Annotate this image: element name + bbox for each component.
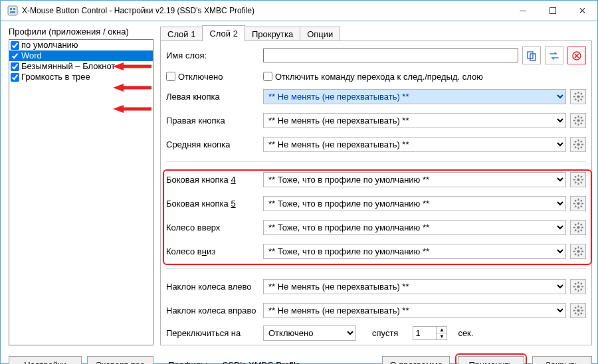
arrow-icon	[113, 104, 151, 114]
clear-layer-button[interactable]	[567, 46, 586, 64]
disabled-checkbox-box[interactable]	[166, 72, 175, 81]
svg-marker-7	[113, 84, 124, 92]
action-combo[interactable]: ** Не менять (не перехватывать) **	[263, 89, 566, 104]
close-button[interactable]	[567, 1, 597, 21]
layer-name-input[interactable]	[263, 48, 518, 62]
switch-combo[interactable]: Отключено	[263, 325, 356, 341]
profile-item-label: Безымянный – Блокнот	[21, 61, 115, 72]
disable-row: Отключено Отключить команду перехода к с…	[166, 68, 586, 84]
profile-item-label: Word	[21, 50, 42, 61]
svg-line-30	[575, 122, 576, 124]
separator	[166, 161, 586, 162]
action-combo[interactable]: ** Тоже, что в профиле по умолчанию **	[263, 220, 566, 235]
gear-icon[interactable]	[570, 137, 586, 152]
profile-label: Профиль:	[168, 360, 208, 365]
gear-icon[interactable]	[570, 303, 586, 318]
svg-line-37	[580, 146, 581, 147]
disabled-checkbox[interactable]: Отключено	[166, 72, 259, 82]
arrow-icon	[113, 82, 151, 93]
svg-point-58	[577, 226, 579, 228]
window: X-Mouse Button Control - Настройки v2.19…	[0, 0, 598, 364]
profile-item[interactable]: Word	[9, 50, 153, 61]
profile-item-checkbox[interactable]	[11, 52, 19, 60]
maximize-button[interactable]	[538, 1, 567, 21]
action-label: Боковая кнопка 5	[166, 199, 259, 209]
switch-label: Переключиться на	[166, 328, 259, 338]
action-row: Левая кнопка** Не менять (не перехватыва…	[166, 88, 586, 104]
disable-transition-checkbox-box[interactable]	[263, 72, 272, 81]
gear-icon[interactable]	[570, 172, 586, 187]
copy-layer-button[interactable]	[522, 46, 541, 64]
profile-item-checkbox[interactable]	[11, 62, 19, 71]
tab-опции[interactable]: Опции	[300, 27, 340, 41]
disable-transition-checkbox[interactable]: Отключить команду перехода к след./преды…	[263, 72, 483, 82]
svg-marker-9	[113, 105, 124, 113]
svg-line-63	[575, 224, 576, 225]
svg-point-31	[577, 143, 579, 145]
svg-line-72	[575, 248, 576, 249]
gear-icon[interactable]	[570, 113, 586, 128]
profile-item[interactable]: по умолчанию	[9, 40, 153, 50]
svg-rect-2	[13, 8, 15, 10]
export-button[interactable]: Экспорт про	[87, 356, 153, 364]
tab-слой-1[interactable]: Слой 1	[160, 27, 203, 41]
action-row: Колесо вниз** Тоже, что в профиле по умо…	[166, 243, 586, 259]
separator	[166, 268, 586, 269]
profile-item-checkbox[interactable]	[11, 73, 19, 82]
spin-up[interactable]: ▲	[437, 326, 447, 333]
action-label: Наклон колеса вправо	[166, 306, 259, 316]
settings-panel: Слой 1Слой 2ПрокруткаОпции Имя слоя:	[160, 27, 592, 345]
svg-line-75	[575, 253, 576, 254]
svg-line-55	[580, 205, 581, 207]
svg-line-45	[575, 176, 576, 177]
action-combo[interactable]: ** Тоже, что в профиле по умолчанию **	[263, 244, 566, 259]
window-controls	[508, 1, 597, 21]
profile-item-checkbox[interactable]	[11, 41, 19, 50]
disabled-checkbox-label: Отключено	[178, 72, 223, 82]
minimize-button[interactable]	[508, 1, 538, 21]
profile-item[interactable]: Громкость в трее	[9, 72, 153, 82]
action-row: Средняя кнопка** Не менять (не перехваты…	[166, 136, 586, 152]
window-title: X-Mouse Button Control - Настройки v2.19…	[22, 6, 508, 15]
action-row: Правая кнопка** Не менять (не перехватыв…	[166, 112, 586, 128]
svg-line-48	[575, 181, 576, 183]
action-combo[interactable]: ** Не менять (не перехватывать) **	[263, 279, 566, 294]
svg-point-13	[577, 95, 579, 98]
svg-line-29	[580, 117, 581, 118]
gear-icon[interactable]	[570, 220, 586, 235]
profile-item-label: Громкость в трее	[21, 72, 90, 82]
profiles-listbox[interactable]: по умолчаниюWordБезымянный – БлокнотГром…	[9, 39, 153, 345]
action-combo[interactable]: ** Не менять (не перехватывать) **	[263, 303, 566, 318]
svg-line-74	[580, 248, 581, 249]
action-combo[interactable]: ** Не менять (не перехватывать) **	[263, 137, 566, 152]
tab-прокрутка[interactable]: Прокрутка	[245, 27, 300, 41]
svg-line-92	[580, 307, 581, 308]
apply-button[interactable]: Применить	[458, 356, 524, 364]
profile-item[interactable]: Безымянный – Блокнот	[9, 61, 153, 72]
gear-icon[interactable]	[570, 279, 586, 294]
switch-count-input[interactable]	[413, 326, 437, 340]
switch-after-label: спустя	[372, 328, 398, 338]
action-combo[interactable]: ** Не менять (не перехватывать) **	[263, 113, 566, 128]
action-label: Средняя кнопка	[166, 139, 259, 149]
svg-line-56	[580, 200, 581, 201]
svg-line-27	[575, 117, 576, 118]
gear-icon[interactable]	[570, 89, 586, 104]
swap-layer-button[interactable]	[545, 46, 563, 64]
settings-button[interactable]: Настройки	[9, 356, 82, 364]
action-combo[interactable]: ** Тоже, что в профиле по умолчанию **	[263, 196, 566, 211]
close-button-footer[interactable]: Закрыть	[532, 356, 592, 364]
tab-слой-2[interactable]: Слой 2	[202, 25, 245, 41]
switch-count-spinner[interactable]: ▲▼	[413, 326, 447, 340]
action-label: Правая кнопка	[166, 116, 259, 126]
tab-pane-layer2: Имя слоя: Отключено	[160, 41, 592, 345]
action-label: Боковая кнопка 4	[166, 175, 259, 185]
svg-rect-0	[8, 6, 17, 15]
about-button[interactable]: О программе	[382, 356, 450, 364]
action-combo[interactable]: ** Тоже, что в профиле по умолчанию **	[263, 172, 566, 187]
action-row: Наклон колеса влево** Не менять (не пере…	[166, 278, 586, 294]
spin-down[interactable]: ▼	[437, 333, 447, 340]
gear-icon[interactable]	[570, 196, 586, 211]
svg-line-83	[580, 283, 581, 284]
gear-icon[interactable]	[570, 244, 586, 259]
